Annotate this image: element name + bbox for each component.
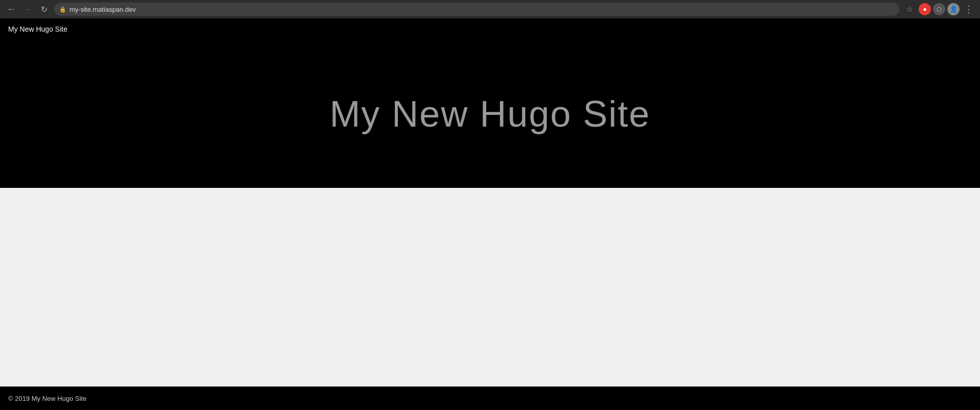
forward-button[interactable]: → — [20, 2, 35, 16]
site-header: My New Hugo Site — [0, 18, 980, 40]
back-button[interactable]: ← — [4, 2, 18, 16]
address-bar-container[interactable]: 🔒 my-site.matiaspan.dev — [54, 3, 899, 16]
menu-button[interactable]: ⋮ — [962, 2, 976, 16]
nav-buttons: ← → ↻ — [4, 2, 51, 16]
browser-toolbar: ← → ↻ 🔒 my-site.matiaspan.dev ☆ ● ⬡ 👤 ⋮ — [0, 0, 980, 18]
bookmark-star-button[interactable]: ☆ — [902, 2, 917, 16]
lock-icon: 🔒 — [59, 6, 66, 13]
site-hero-title: My New Hugo Site — [329, 93, 650, 135]
site-main-content — [0, 188, 980, 387]
puzzle-icon: ⬡ — [937, 6, 942, 13]
site-footer-text: © 2019 My New Hugo Site — [8, 395, 86, 402]
back-icon: ← — [7, 5, 15, 14]
reload-icon: ↻ — [41, 5, 47, 14]
avatar-icon: 👤 — [950, 6, 958, 13]
profile-avatar[interactable]: 👤 — [947, 3, 960, 15]
extension-icon-gray[interactable]: ⬡ — [933, 3, 945, 15]
extension-badge-red[interactable]: ● — [919, 3, 931, 15]
extension-icon: ● — [923, 6, 926, 13]
browser-actions: ☆ ● ⬡ 👤 ⋮ — [902, 2, 976, 16]
site-wrapper: My New Hugo Site My New Hugo Site © 2019… — [0, 18, 980, 410]
address-bar: my-site.matiaspan.dev — [69, 6, 894, 13]
star-icon: ☆ — [906, 5, 913, 13]
forward-icon: → — [23, 5, 32, 14]
menu-dots-icon: ⋮ — [964, 4, 974, 15]
reload-button[interactable]: ↻ — [37, 2, 51, 16]
site-hero: My New Hugo Site — [0, 40, 980, 188]
site-footer: © 2019 My New Hugo Site — [0, 387, 980, 410]
site-nav-title[interactable]: My New Hugo Site — [8, 25, 67, 33]
